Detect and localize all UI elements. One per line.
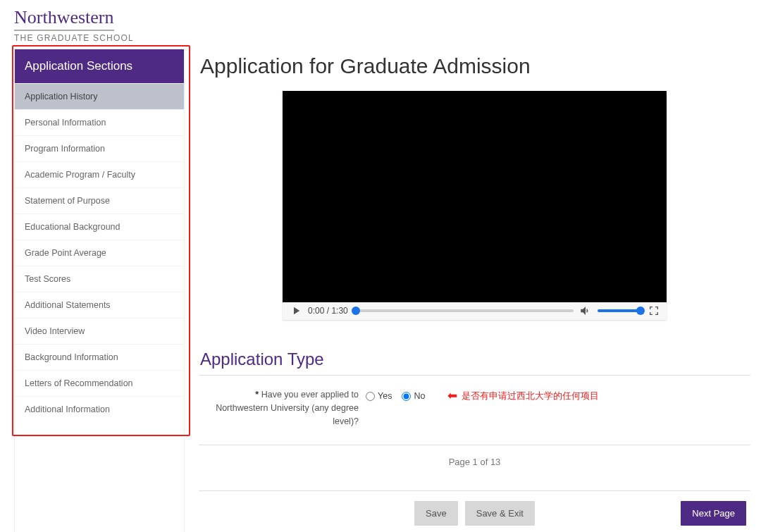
radio-yes[interactable] (366, 392, 375, 401)
sidebar-item-additional-information[interactable]: Additional Information (15, 396, 184, 422)
divider (199, 375, 750, 376)
save-button[interactable]: Save (414, 501, 458, 526)
sidebar-item-video-interview[interactable]: Video Interview (15, 318, 184, 344)
brand-subtitle: THE GRADUATE SCHOOL (14, 33, 754, 43)
question-text: Have you ever applied to Northwestern Un… (216, 390, 359, 426)
question-row: * Have you ever applied to Northwestern … (199, 388, 750, 435)
pager: Page 1 of 13 (199, 445, 750, 481)
radio-no[interactable] (402, 392, 411, 401)
pager-text: Page 1 of 13 (449, 457, 501, 467)
option-no-label[interactable]: No (402, 391, 425, 401)
seek-thumb[interactable] (352, 307, 360, 315)
section-heading-application-type: Application Type (200, 349, 750, 369)
radio-group-applied-before: Yes No ⬅ 是否有申请过西北大学的任何项目 (366, 388, 599, 402)
sidebar-item-application-history[interactable]: Application History (15, 83, 184, 109)
divider (199, 490, 750, 491)
option-yes-text: Yes (378, 391, 392, 401)
video-controls: 0:00 / 1:30 (283, 302, 667, 320)
annotation-text: 是否有申请过西北大学的任何项目 (462, 390, 599, 402)
seek-slider[interactable] (354, 309, 574, 312)
sidebar-item-program-information[interactable]: Program Information (15, 135, 184, 161)
video-time: 0:00 / 1:30 (308, 306, 348, 316)
brand-name: Northwestern (14, 7, 114, 31)
sidebar-item-letters-of-recommendation[interactable]: Letters of Recommendation (15, 370, 184, 396)
question-label: * Have you ever applied to Northwestern … (207, 388, 359, 428)
required-marker: * (255, 390, 259, 400)
sidebar-heading: Application Sections (15, 49, 184, 83)
option-no-text: No (414, 391, 425, 401)
sidebar: Application Sections Application History… (14, 49, 185, 532)
sidebar-item-additional-statements[interactable]: Additional Statements (15, 292, 184, 318)
sidebar-item-personal-information[interactable]: Personal Information (15, 109, 184, 135)
option-yes-label[interactable]: Yes (366, 391, 392, 401)
save-exit-button[interactable]: Save & Exit (465, 501, 535, 526)
video-time-current: 0:00 (308, 306, 324, 316)
page-title: Application for Graduate Admission (200, 54, 750, 78)
annotation: ⬅ 是否有申请过西北大学的任何项目 (447, 390, 599, 402)
volume-slider[interactable] (598, 309, 643, 312)
video-screen[interactable] (283, 91, 667, 302)
sidebar-item-statement-of-purpose[interactable]: Statement of Purpose (15, 187, 184, 214)
fullscreen-icon[interactable] (648, 305, 660, 316)
button-row: Save Save & Exit Next Page (199, 501, 750, 532)
video-time-duration: 1:30 (331, 306, 347, 316)
volume-thumb[interactable] (636, 307, 645, 315)
play-icon[interactable] (290, 304, 302, 317)
sidebar-item-background-information[interactable]: Background Information (15, 344, 184, 370)
main-panel: Application for Graduate Admission 0:00 … (199, 49, 750, 532)
brand-block: Northwestern THE GRADUATE SCHOOL (14, 7, 754, 43)
next-page-button[interactable]: Next Page (681, 501, 746, 526)
sidebar-item-educational-background[interactable]: Educational Background (15, 214, 184, 240)
sidebar-item-academic-program-faculty[interactable]: Academic Program / Faculty (15, 161, 184, 187)
sidebar-item-test-scores[interactable]: Test Scores (15, 266, 184, 292)
video-player: 0:00 / 1:30 (283, 91, 667, 320)
sidebar-item-grade-point-average[interactable]: Grade Point Average (15, 240, 184, 266)
volume-icon[interactable] (579, 304, 592, 317)
